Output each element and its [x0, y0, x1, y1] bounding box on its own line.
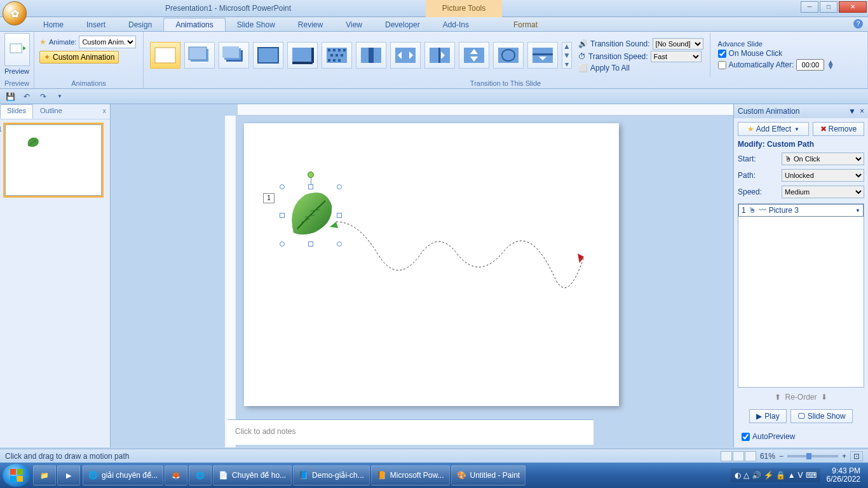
transition-speed-dropdown[interactable]: Fast — [651, 51, 702, 62]
slide-thumbnail-1[interactable]: 1 — [5, 125, 102, 196]
preview-button[interactable] — [4, 33, 30, 66]
custom-animation-button[interactable]: ✦ Custom Animation — [39, 51, 119, 64]
notes-pane[interactable]: Click to add notes — [227, 419, 593, 445]
view-sorter-button[interactable] — [733, 451, 744, 461]
tray-icon[interactable]: △ — [743, 471, 749, 480]
fit-icon[interactable]: ⊡ — [850, 451, 863, 461]
undo-icon[interactable]: ↶ — [20, 90, 33, 103]
zoom-percent[interactable]: 61% — [760, 452, 775, 461]
pinned-explorer[interactable]: 📁 — [33, 465, 56, 485]
qat-more-icon[interactable]: ▼ — [53, 90, 66, 103]
animation-list-item[interactable]: 1 🖱 〰 Picture 3 ▼ — [738, 204, 864, 217]
reorder-up-icon[interactable]: ⬆ — [775, 393, 781, 402]
tab-review[interactable]: Review — [287, 18, 334, 31]
transition-item[interactable] — [390, 42, 421, 69]
tray-icon[interactable]: 🔒 — [776, 471, 785, 480]
task-firefox[interactable]: 🦊 — [165, 465, 187, 485]
tab-animations[interactable]: Animations — [163, 18, 225, 31]
view-slideshow-button[interactable] — [745, 451, 756, 461]
spin-down[interactable]: ▼ — [827, 65, 834, 69]
task-item[interactable]: 📙Microsoft Pow... — [371, 465, 450, 485]
remove-button[interactable]: ✖Remove — [813, 122, 864, 136]
outline-tab[interactable]: Outline — [33, 104, 69, 119]
animation-tag[interactable]: 1 — [263, 193, 275, 203]
animation-list[interactable]: 1 🖱 〰 Picture 3 ▼ — [738, 203, 864, 388]
tab-design[interactable]: Design — [117, 18, 163, 31]
clock[interactable]: 9:43 PM 6/26/2022 — [822, 467, 865, 484]
tray-icon[interactable]: ⚡ — [764, 471, 773, 480]
resize-handle-ne[interactable] — [337, 184, 342, 189]
contextual-tab-picture-tools[interactable]: Picture Tools — [426, 0, 502, 17]
slides-tab[interactable]: Slides — [0, 104, 33, 119]
maximize-button[interactable]: □ — [820, 1, 837, 13]
transition-item[interactable] — [253, 42, 283, 69]
auto-after-checkbox[interactable] — [718, 61, 726, 69]
play-button[interactable]: ▶Play — [749, 409, 786, 423]
task-item[interactable]: 🌐giải chuyên đề... — [83, 465, 163, 485]
zoom-out-icon[interactable]: − — [779, 452, 783, 461]
resize-handle-e[interactable] — [337, 213, 342, 218]
start-dropdown[interactable]: 🖱 On Click — [782, 152, 864, 165]
transition-item[interactable] — [219, 42, 249, 69]
tray-icon[interactable]: V — [798, 471, 803, 480]
tray-icon[interactable]: ⌨ — [806, 471, 817, 480]
transition-item[interactable] — [322, 42, 352, 69]
transition-item[interactable] — [424, 42, 455, 69]
help-icon[interactable]: ? — [853, 19, 863, 29]
redo-icon[interactable]: ↷ — [37, 90, 50, 103]
tab-view[interactable]: View — [334, 18, 374, 31]
apply-to-all-button[interactable]: ⬜Apply To All — [578, 64, 703, 72]
canvas-area[interactable]: 1 Click to add notes — [111, 104, 733, 447]
transition-item[interactable] — [287, 42, 318, 69]
tab-developer[interactable]: Developer — [374, 18, 431, 31]
transition-item[interactable] — [356, 42, 386, 69]
resize-handle-sw[interactable] — [280, 241, 285, 247]
task-item[interactable]: 🎨Untitled - Paint — [451, 465, 526, 485]
pinned-media[interactable]: ▶ — [57, 465, 80, 485]
transition-item[interactable] — [459, 42, 489, 69]
transition-sound-dropdown[interactable]: [No Sound] — [653, 38, 703, 50]
resize-handle-se[interactable] — [337, 241, 342, 247]
resize-handle-s[interactable] — [308, 241, 313, 247]
task-ie[interactable]: 🌐 — [189, 465, 212, 485]
view-normal-button[interactable] — [721, 451, 732, 461]
tab-format[interactable]: Format — [502, 18, 549, 31]
zoom-in-icon[interactable]: + — [842, 452, 846, 461]
resize-handle-nw[interactable] — [280, 184, 285, 189]
animate-dropdown[interactable]: Custom Anim... — [79, 36, 136, 48]
task-item[interactable]: 📘Demo-giải-ch... — [293, 465, 370, 485]
office-button[interactable]: ✿ — [3, 1, 27, 25]
tab-slideshow[interactable]: Slide Show — [226, 18, 287, 31]
rotation-handle[interactable] — [308, 172, 314, 178]
tab-insert[interactable]: Insert — [75, 18, 117, 31]
tray-icon[interactable]: ▲ — [788, 471, 796, 480]
transition-item[interactable] — [527, 42, 558, 69]
pane-dropdown-icon[interactable]: ▼ — [848, 107, 856, 116]
item-dropdown-icon[interactable]: ▼ — [855, 208, 860, 214]
path-dropdown[interactable]: Unlocked — [782, 169, 864, 182]
start-button[interactable] — [3, 464, 31, 487]
zoom-slider[interactable] — [787, 455, 838, 458]
transition-item[interactable] — [493, 42, 524, 69]
speed-dropdown[interactable]: Medium — [782, 186, 864, 198]
tray-icon[interactable]: ◐ — [735, 471, 741, 480]
resize-handle-w[interactable] — [280, 213, 285, 218]
autopreview-checkbox[interactable] — [742, 433, 750, 441]
motion-path[interactable] — [308, 215, 597, 298]
close-button[interactable]: ✕ — [839, 1, 867, 13]
add-effect-button[interactable]: ★Add Effect▼ — [738, 122, 809, 136]
task-item[interactable]: 📄Chuyên đề ho... — [213, 465, 292, 485]
transition-item[interactable] — [184, 42, 215, 69]
minimize-button[interactable]: ─ — [801, 1, 818, 13]
selected-picture[interactable]: 1 — [282, 187, 339, 244]
slide-canvas[interactable]: 1 — [244, 123, 619, 406]
auto-after-time[interactable] — [796, 59, 824, 71]
save-icon[interactable]: 💾 — [4, 90, 17, 103]
on-mouse-click-checkbox[interactable] — [718, 50, 726, 58]
gallery-more-button[interactable]: ▲▼▾ — [562, 42, 572, 69]
system-tray[interactable]: ◐ △ 🔊 ⚡ 🔒 ▲ V ⌨ — [731, 468, 820, 482]
panel-close-icon[interactable]: x — [103, 107, 107, 114]
pane-close-icon[interactable]: × — [860, 107, 864, 116]
transition-none[interactable] — [150, 42, 180, 69]
tab-addins[interactable]: Add-Ins — [431, 18, 480, 31]
